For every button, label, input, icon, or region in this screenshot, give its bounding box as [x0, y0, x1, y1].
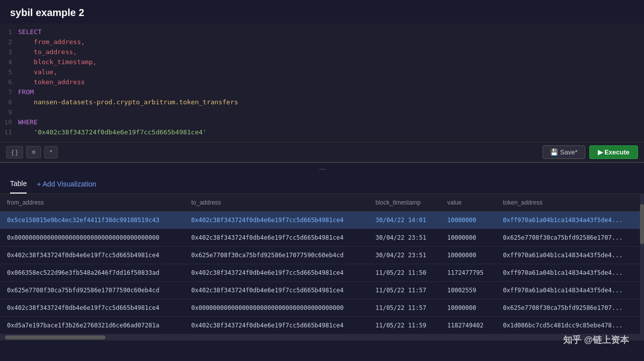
cell-from_address: 0x625e7708f30ca75bfd92586e17077590c60eb4… [0, 282, 184, 299]
cell-block_timestamp: 30/04/22 23:51 [368, 229, 440, 247]
scrollbar-thumb [640, 204, 644, 244]
table-row: 0x00000000000000000000000000000000000000… [0, 229, 644, 247]
code-line-1: 1 SELECT [0, 28, 644, 38]
cell-value: 10000000 [440, 299, 496, 317]
cell-token_address: 0xff970a61a04b1ca14834a43f5de4... [496, 264, 644, 282]
col-header-value: value [440, 194, 496, 212]
code-line-11: 11 '0x402c38f343724f0db4e6e19f7cc5d665b4… [0, 128, 644, 138]
tabs-bar: Table + Add Visualization [0, 174, 644, 194]
toolbar-right: 💾 Save* ▶ Execute [543, 145, 638, 159]
cell-value: 10000000 [440, 247, 496, 264]
cell-token_address: 0xff970a61a04b1ca14834a43f5de4... [496, 212, 644, 229]
tab-table[interactable]: Table [10, 174, 27, 194]
horizontal-scrollbar-thumb [5, 335, 105, 339]
cell-token_address: 0xff970a61a04b1ca14834a43f5de4... [496, 247, 644, 264]
cell-to_address: 0x00000000000000000000000000000000000000… [184, 299, 368, 317]
code-editor[interactable]: 1 SELECT 2 from_address, 3 to_address, 4… [0, 24, 644, 142]
wildcard-button[interactable]: * [44, 146, 58, 158]
table-row: 0x402c38f343724f0db4e6e19f7cc5d665b4981c… [0, 299, 644, 317]
horizontal-scrollbar[interactable] [0, 334, 644, 340]
cell-block_timestamp: 30/04/22 14:01 [368, 212, 440, 229]
code-line-8: 8 nansen-datasets-prod.crypto_arbitrum.t… [0, 98, 644, 108]
cell-block_timestamp: 11/05/22 11:57 [368, 299, 440, 317]
cell-to_address: 0x402c38f343724f0db4e6e19f7cc5d665b4981c… [184, 264, 368, 282]
cell-to_address: 0x402c38f343724f0db4e6e19f7cc5d665b4981c… [184, 282, 368, 299]
cell-value: 10000000 [440, 229, 496, 247]
cell-token_address: 0x625e7708f30ca75bfd92586e1707... [496, 229, 644, 247]
cell-token_address: 0x625e7708f30ca75bfd92586e1707... [496, 299, 644, 317]
col-header-to-address: to_address [184, 194, 368, 212]
table-header-row: from_address to_address block_timestamp … [0, 194, 644, 212]
cell-to_address: 0x625e7708f30ca75bfd92586e17077590c60eb4… [184, 247, 368, 264]
table-row: 0x625e7708f30ca75bfd92586e17077590c60eb4… [0, 282, 644, 299]
page-title: sybil example 2 [0, 0, 644, 24]
col-header-block-timestamp: block_timestamp [368, 194, 440, 212]
col-header-from-address: from_address [0, 194, 184, 212]
results-section: Table + Add Visualization from_address t… [0, 174, 644, 340]
cell-from_address: 0x5ce158015e9bc4ec32ef4411f38dc99108519c… [0, 212, 184, 229]
cell-from_address: 0x402c38f343724f0db4e6e19f7cc5d665b4981c… [0, 247, 184, 264]
code-line-7: 7 FROM [0, 88, 644, 98]
editor-toolbar: { } ≡ * 💾 Save* ▶ Execute [0, 142, 644, 162]
cell-value: 10000000 [440, 212, 496, 229]
code-line-3: 3 to_address, [0, 48, 644, 58]
cell-from_address: 0xd5a7e197bace1f3b26e2760321d6ce06ad0728… [0, 317, 184, 334]
save-icon: 💾 [550, 148, 558, 156]
cell-from_address: 0x00000000000000000000000000000000000000… [0, 229, 184, 247]
cell-block_timestamp: 30/04/22 23:51 [368, 247, 440, 264]
results-table: from_address to_address block_timestamp … [0, 194, 644, 334]
cell-from_address: 0x066358ec522d96e3fb548a2646f7dd16f50833… [0, 264, 184, 282]
cell-to_address: 0x402c38f343724f0db4e6e19f7cc5d665b4981c… [184, 229, 368, 247]
cell-from_address: 0x402c38f343724f0db4e6e19f7cc5d665b4981c… [0, 299, 184, 317]
results-table-container: from_address to_address block_timestamp … [0, 194, 644, 334]
cell-to_address: 0x402c38f343724f0db4e6e19f7cc5d665b4981c… [184, 317, 368, 334]
cell-to_address: 0x402c38f343724f0db4e6e19f7cc5d665b4981c… [184, 212, 368, 229]
add-visualization-button[interactable]: + Add Visualization [37, 180, 96, 188]
format-list-button[interactable]: ≡ [26, 146, 41, 158]
table-row: 0x402c38f343724f0db4e6e19f7cc5d665b4981c… [0, 247, 644, 264]
code-line-6: 6 token_address [0, 78, 644, 88]
table-row: 0x5ce158015e9bc4ec32ef4411f38dc99108519c… [0, 212, 644, 229]
execute-button[interactable]: ▶ Execute [589, 145, 638, 159]
cell-value: 1182749402 [440, 317, 496, 334]
col-header-token-address: token_address [496, 194, 644, 212]
code-line-10: 10 WHERE [0, 118, 644, 128]
resize-handle[interactable]: ⸻ [0, 163, 644, 174]
cell-value: 1172477795 [440, 264, 496, 282]
cell-block_timestamp: 11/05/22 11:50 [368, 264, 440, 282]
table-row: 0x066358ec522d96e3fb548a2646f7dd16f50833… [0, 264, 644, 282]
cell-value: 10002559 [440, 282, 496, 299]
code-line-4: 4 block_timestamp, [0, 58, 644, 68]
code-line-5: 5 value, [0, 68, 644, 78]
cell-token_address: 0x1d086bc7cd5c481dcc9c85ebe478... [496, 317, 644, 334]
code-line-2: 2 from_address, [0, 38, 644, 48]
table-row: 0xd5a7e197bace1f3b26e2760321d6ce06ad0728… [0, 317, 644, 334]
format-json-button[interactable]: { } [6, 146, 23, 158]
cell-token_address: 0xff970a61a04b1ca14834a43f5de4... [496, 282, 644, 299]
cell-block_timestamp: 11/05/22 11:59 [368, 317, 440, 334]
code-editor-section: 1 SELECT 2 from_address, 3 to_address, 4… [0, 24, 644, 163]
code-line-9: 9 [0, 108, 644, 118]
save-button[interactable]: 💾 Save* [543, 145, 585, 159]
cell-block_timestamp: 11/05/22 11:57 [368, 282, 440, 299]
vertical-scrollbar[interactable] [640, 194, 644, 334]
